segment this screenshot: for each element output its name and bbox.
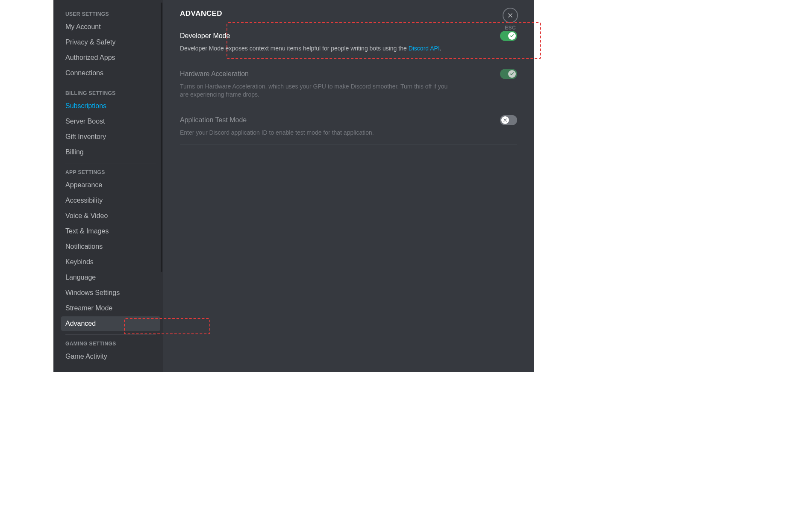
close-icon — [507, 12, 514, 19]
sidebar-item-keybinds[interactable]: Keybinds — [61, 255, 160, 269]
setting-desc-text-post: . — [440, 45, 441, 52]
setting-desc-developer-mode: Developer Mode exposes context menu item… — [180, 44, 453, 53]
section-header-app-settings: APP SETTINGS — [61, 167, 160, 178]
check-icon — [508, 32, 516, 40]
setting-desc-hardware-acceleration: Turns on Hardware Acceleration, which us… — [180, 83, 453, 99]
divider — [65, 84, 156, 84]
toggle-application-test-mode[interactable] — [500, 115, 517, 125]
setting-title-hardware-acceleration: Hardware Acceleration — [180, 70, 249, 78]
sidebar-item-server-boost[interactable]: Server Boost — [61, 114, 160, 129]
toggle-hardware-acceleration[interactable] — [500, 69, 517, 79]
sidebar-item-accessibility[interactable]: Accessibility — [61, 193, 160, 208]
divider — [65, 334, 156, 335]
sidebar-item-gift-inventory[interactable]: Gift Inventory — [61, 130, 160, 144]
setting-developer-mode: Developer Mode Developer Mode exposes co… — [180, 27, 517, 61]
close-wrap: ESC — [503, 8, 518, 31]
settings-content: ADVANCED Developer Mode Developer Mode e… — [163, 0, 534, 372]
esc-label: ESC — [503, 25, 518, 31]
sidebar-item-billing[interactable]: Billing — [61, 145, 160, 159]
page-title: ADVANCED — [180, 9, 517, 18]
setting-title-developer-mode: Developer Mode — [180, 32, 230, 40]
sidebar-item-subscriptions[interactable]: Subscriptions — [61, 99, 160, 113]
sidebar-item-language[interactable]: Language — [61, 270, 160, 285]
sidebar-item-appearance[interactable]: Appearance — [61, 178, 160, 192]
sidebar-item-text-images[interactable]: Text & Images — [61, 224, 160, 239]
section-header-billing-settings: BILLING SETTINGS — [61, 88, 160, 99]
section-header-gaming-settings: GAMING SETTINGS — [61, 338, 160, 349]
setting-application-test-mode: Application Test Mode Enter your Discord… — [180, 107, 517, 145]
sidebar-item-voice-video[interactable]: Voice & Video — [61, 209, 160, 223]
sidebar-item-connections[interactable]: Connections — [61, 66, 160, 80]
sidebar-item-advanced[interactable]: Advanced — [61, 316, 160, 331]
setting-title-application-test-mode: Application Test Mode — [180, 116, 247, 124]
sidebar-item-notifications[interactable]: Notifications — [61, 239, 160, 254]
check-icon — [508, 70, 516, 78]
sidebar-scrollbar[interactable] — [161, 3, 162, 272]
sidebar-item-my-account[interactable]: My Account — [61, 20, 160, 34]
section-header-user-settings: USER SETTINGS — [61, 9, 160, 20]
toggle-developer-mode[interactable] — [500, 31, 517, 41]
discord-api-link[interactable]: Discord API — [409, 45, 440, 52]
settings-sidebar: USER SETTINGS My Account Privacy & Safet… — [53, 0, 163, 372]
sidebar-item-privacy-safety[interactable]: Privacy & Safety — [61, 35, 160, 50]
close-icon — [501, 116, 509, 124]
settings-window: USER SETTINGS My Account Privacy & Safet… — [53, 0, 534, 372]
close-button[interactable] — [503, 8, 518, 23]
setting-desc-application-test-mode: Enter your Discord application ID to ena… — [180, 129, 453, 137]
sidebar-item-windows-settings[interactable]: Windows Settings — [61, 286, 160, 300]
sidebar-item-game-activity[interactable]: Game Activity — [61, 349, 160, 364]
sidebar-item-authorized-apps[interactable]: Authorized Apps — [61, 50, 160, 65]
setting-desc-text: Developer Mode exposes context menu item… — [180, 45, 409, 52]
divider — [65, 163, 156, 163]
setting-hardware-acceleration: Hardware Acceleration Turns on Hardware … — [180, 61, 517, 107]
sidebar-item-streamer-mode[interactable]: Streamer Mode — [61, 301, 160, 315]
